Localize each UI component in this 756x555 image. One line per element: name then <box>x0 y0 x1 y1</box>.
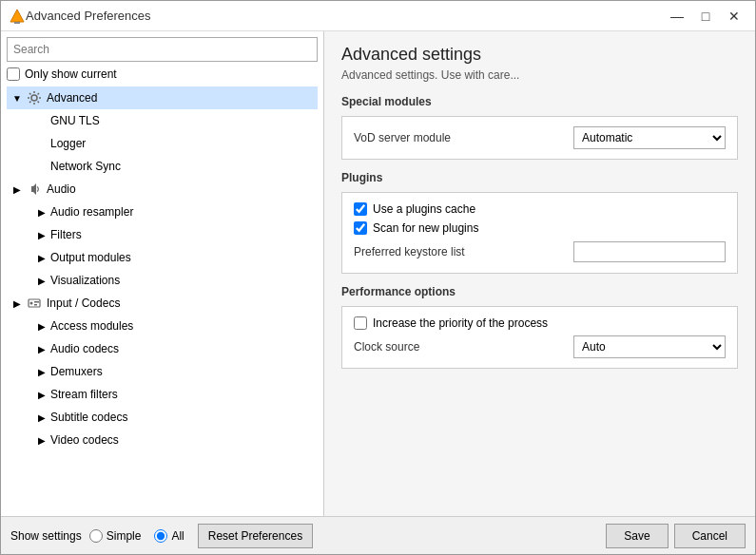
tree-item-gnu-tls-label: GNU TLS <box>50 114 100 127</box>
tree-item-network-sync[interactable]: Network Sync <box>7 155 318 178</box>
tree-item-audio-label: Audio <box>47 182 76 196</box>
tree-item-stream-filters[interactable]: ▶ Stream filters <box>7 383 318 406</box>
tree-item-access-modules-label: Access modules <box>50 319 133 333</box>
clock-source-select[interactable]: Auto <box>573 335 726 358</box>
tree-item-audio-codecs[interactable]: ▶ Audio codecs <box>7 337 318 360</box>
right-panel: Advanced settings Advanced settings. Use… <box>324 31 755 516</box>
tree-item-demuxers[interactable]: ▶ Demuxers <box>7 360 318 383</box>
gear-icon <box>26 89 43 106</box>
vod-server-select[interactable]: Automatic <box>573 126 726 149</box>
vod-server-label: VoD server module <box>354 131 573 144</box>
tree-item-input-codecs[interactable]: ▶ Input / Codecs <box>7 292 318 315</box>
radio-simple-input[interactable] <box>89 529 103 543</box>
tree-item-logger[interactable]: Logger <box>7 132 318 155</box>
clock-source-control: Auto <box>573 335 726 358</box>
reset-preferences-button[interactable]: Reset Preferences <box>198 524 313 548</box>
search-input[interactable] <box>7 37 318 62</box>
tree-item-output-modules[interactable]: ▶ Output modules <box>7 246 318 269</box>
section-label-plugins: Plugins <box>341 171 738 184</box>
tree-item-audio[interactable]: ▶ Audio <box>7 178 318 201</box>
maximize-button[interactable]: □ <box>692 6 719 27</box>
tree-item-video-codecs-label: Video codecs <box>50 433 119 447</box>
expand-arrow-subtitle-codecs: ▶ <box>35 411 48 424</box>
spacer-network-sync <box>35 160 48 173</box>
tree-item-subtitle-codecs-label: Subtitle codecs <box>50 411 127 424</box>
minimize-button[interactable]: — <box>664 6 690 27</box>
svg-point-2 <box>31 95 37 101</box>
only-show-current-row: Only show current <box>7 67 318 81</box>
vod-server-control: Automatic <box>573 126 726 149</box>
tree-item-visualizations[interactable]: ▶ Visualizations <box>7 269 318 292</box>
tree-item-input-codecs-label: Input / Codecs <box>47 297 120 310</box>
tree-item-filters[interactable]: ▶ Filters <box>7 223 318 246</box>
expand-arrow-stream-filters: ▶ <box>35 388 48 401</box>
only-show-current-label: Only show current <box>25 67 117 81</box>
radio-simple-label: Simple <box>107 529 142 543</box>
plugins-cache-checkbox[interactable] <box>354 202 367 216</box>
tree-item-advanced-label: Advanced <box>47 91 97 105</box>
clock-source-row: Clock source Auto <box>354 335 726 358</box>
tree-item-network-sync-label: Network Sync <box>50 160 121 173</box>
tree-item-subtitle-codecs[interactable]: ▶ Subtitle codecs <box>7 406 318 429</box>
close-button[interactable]: ✕ <box>721 6 747 27</box>
expand-arrow-input-codecs: ▶ <box>10 297 24 310</box>
expand-arrow-filters: ▶ <box>35 228 48 241</box>
tree-item-access-modules[interactable]: ▶ Access modules <box>7 315 318 337</box>
radio-all-label: All <box>171 529 184 543</box>
tree-item-audio-codecs-label: Audio codecs <box>50 342 119 355</box>
section-label-special-modules: Special modules <box>341 95 738 108</box>
svg-rect-1 <box>14 22 20 24</box>
tree-item-logger-label: Logger <box>50 137 86 150</box>
section-label-performance: Performance options <box>341 285 738 298</box>
only-show-current-checkbox[interactable] <box>7 67 20 81</box>
right-panel-subtitle: Advanced settings. Use with care... <box>341 68 738 82</box>
radio-group-show-settings: Simple All <box>89 529 184 543</box>
vlc-icon <box>9 8 26 25</box>
tree-item-filters-label: Filters <box>50 228 82 241</box>
title-bar: Advanced Preferences — □ ✕ <box>1 1 755 31</box>
vod-server-row: VoD server module Automatic <box>354 126 726 149</box>
svg-marker-0 <box>10 10 24 22</box>
expand-arrow-video-codecs: ▶ <box>35 433 48 447</box>
tree-container[interactable]: ▼ Advanced GNU TLS <box>7 86 318 510</box>
left-panel: Only show current ▼ Advanced <box>1 31 324 516</box>
expand-arrow-output-modules: ▶ <box>35 251 48 264</box>
keystore-row: Preferred keystore list <box>354 240 726 263</box>
save-button[interactable]: Save <box>606 524 668 548</box>
tree-item-audio-resampler[interactable]: ▶ Audio resampler <box>7 201 318 223</box>
svg-point-4 <box>30 302 33 305</box>
expand-arrow-visualizations: ▶ <box>35 274 48 287</box>
input-codecs-icon <box>26 295 43 312</box>
tree-item-advanced[interactable]: ▼ Advanced <box>7 86 318 109</box>
cancel-button[interactable]: Cancel <box>674 524 746 548</box>
audio-icon <box>26 181 43 198</box>
keystore-input[interactable] <box>573 241 726 262</box>
plugins-cache-row: Use a plugins cache <box>354 202 726 216</box>
expand-arrow-demuxers: ▶ <box>35 365 48 378</box>
svg-rect-5 <box>34 301 39 303</box>
window-title: Advanced Preferences <box>26 9 664 23</box>
window-controls: — □ ✕ <box>664 6 747 27</box>
tree-item-stream-filters-label: Stream filters <box>50 388 118 401</box>
tree-item-demuxers-label: Demuxers <box>50 365 103 378</box>
spacer-gnu-tls <box>35 114 48 127</box>
tree-item-gnu-tls[interactable]: GNU TLS <box>7 109 318 132</box>
tree-item-visualizations-label: Visualizations <box>50 274 120 287</box>
increase-priority-checkbox[interactable] <box>354 316 367 330</box>
scan-plugins-row: Scan for new plugins <box>354 221 726 235</box>
tree-item-video-codecs[interactable]: ▶ Video codecs <box>7 429 318 451</box>
increase-priority-label: Increase the priority of the process <box>373 316 548 330</box>
main-content: Only show current ▼ Advanced <box>1 31 755 516</box>
radio-simple: Simple <box>89 529 142 543</box>
section-special-modules: VoD server module Automatic <box>341 116 738 160</box>
show-settings-label: Show settings <box>10 529 82 543</box>
expand-arrow-audio-codecs: ▶ <box>35 342 48 355</box>
keystore-label: Preferred keystore list <box>354 245 573 258</box>
plugins-cache-label: Use a plugins cache <box>373 202 475 216</box>
scan-plugins-checkbox[interactable] <box>354 221 367 235</box>
radio-all-input[interactable] <box>154 529 167 543</box>
tree-item-output-modules-label: Output modules <box>50 251 131 264</box>
keystore-control <box>573 241 726 262</box>
clock-source-label: Clock source <box>354 340 573 354</box>
bottom-bar: Show settings Simple All Reset Preferenc… <box>1 516 755 554</box>
